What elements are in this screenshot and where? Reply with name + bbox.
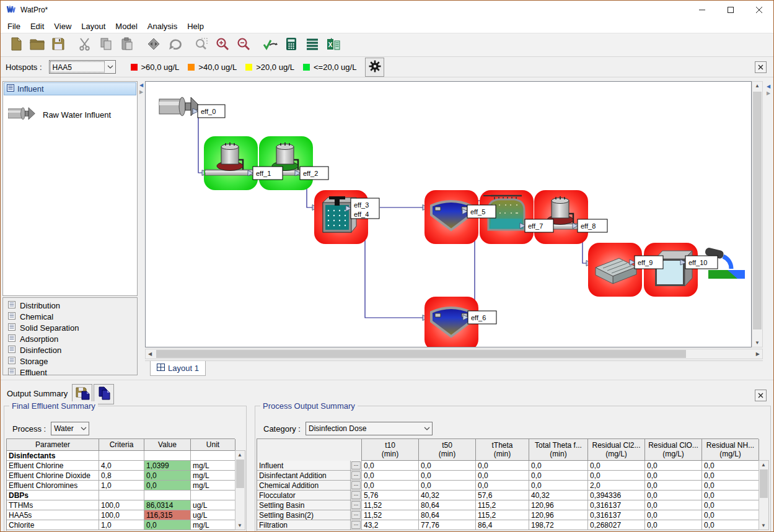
navigate-button[interactable]	[143, 35, 164, 55]
cut-button[interactable]	[74, 35, 95, 55]
sidebar-group-disinfection[interactable]: Disinfection	[3, 344, 137, 355]
value-cell: 0,0	[144, 471, 191, 481]
process-name-cell: Settling Basin(2)	[257, 510, 351, 520]
flow-canvas[interactable]: eff_0eff_1eff_2eff_3eff_4eff_5eff_6eff_7…	[145, 81, 752, 347]
list-panel-icon	[8, 357, 15, 366]
row-more-button[interactable]: ...	[351, 491, 361, 499]
sidebar-splitter[interactable]: ◀ ▶	[138, 82, 145, 95]
sidebar-group-storage[interactable]: Storage	[3, 355, 137, 367]
scroll-up-icon[interactable]: ▲	[755, 83, 760, 89]
menu-layout[interactable]: Layout	[76, 20, 110, 32]
value-cell: 43,2	[362, 520, 419, 530]
process-table-scrollbar[interactable]: ▲ ▼	[759, 460, 769, 530]
row-more-button[interactable]: ...	[351, 521, 361, 529]
process-node-filtration[interactable]	[588, 243, 642, 297]
stream-label-eff_0[interactable]: eff_0	[193, 105, 225, 118]
scroll-down-icon[interactable]: ▼	[237, 523, 242, 528]
sidebar-group-adsorption[interactable]: Adsorption	[3, 333, 137, 344]
value-cell: 0,0	[529, 461, 588, 471]
output-summary-close-button[interactable]	[755, 390, 767, 401]
zoom-select-button[interactable]	[191, 35, 212, 55]
scroll-down-icon[interactable]: ▼	[755, 340, 760, 346]
tab-layout-1[interactable]: Layout 1	[150, 361, 206, 376]
sidebar-group-chemical[interactable]: Chemical	[3, 311, 137, 322]
final-table-scrollbar[interactable]: ▲ ▼	[235, 450, 245, 530]
export-excel-button[interactable]: X	[323, 35, 344, 55]
copy-button[interactable]	[95, 35, 117, 55]
category-label: Category :	[263, 424, 301, 434]
criteria-cell: 1,0	[99, 520, 144, 530]
menu-help[interactable]: Help	[182, 20, 209, 32]
stream-label-eff_5[interactable]: eff_5	[462, 205, 496, 218]
canvas-horizontal-scrollbar[interactable]: ◀ ▶	[145, 349, 763, 359]
scrollbar-thumb[interactable]	[156, 350, 686, 358]
row-more-button[interactable]: ...	[351, 481, 361, 489]
scrollbar-thumb[interactable]	[236, 460, 244, 488]
process-node-disinfectant-addition-2[interactable]	[534, 190, 588, 244]
process-node-storage-tank[interactable]	[644, 243, 698, 297]
svg-text:eff_2: eff_2	[303, 170, 318, 177]
scroll-up-icon[interactable]: ▲	[237, 452, 242, 458]
sidebar-group-solid-separation[interactable]: Solid Separation	[3, 322, 137, 333]
process-node-disinfectant-addition[interactable]	[204, 136, 258, 190]
hotspots-close-button[interactable]	[755, 61, 767, 73]
redo-button[interactable]	[164, 35, 185, 55]
scroll-right-icon[interactable]: ▶	[756, 351, 760, 357]
menu-analysis[interactable]: Analysis	[143, 20, 182, 32]
sidebar-group-effluent[interactable]: Effluent	[3, 367, 137, 378]
menu-file[interactable]: File	[2, 20, 25, 32]
menu-edit[interactable]: Edit	[25, 20, 49, 32]
stream-label-eff_6[interactable]: eff_6	[463, 311, 496, 324]
column-header-parameter: Parameter	[7, 439, 99, 451]
hotspots-settings-button[interactable]	[365, 58, 384, 77]
report-button[interactable]	[302, 35, 323, 55]
scroll-up-icon[interactable]: ▲	[761, 462, 766, 468]
paste-button[interactable]	[117, 35, 138, 55]
stream-label-eff_7[interactable]: eff_7	[520, 219, 553, 232]
stream-label-eff_9[interactable]: eff_9	[630, 256, 663, 269]
stream-label-eff_8[interactable]: eff_8	[573, 219, 607, 232]
collapse-left-icon[interactable]: ◀	[139, 82, 143, 88]
process-node-chemical-addition[interactable]	[259, 136, 313, 190]
canvas-vertical-scrollbar[interactable]: ▲ ▼	[752, 81, 763, 347]
right-splitter[interactable]: ◀ ▶	[765, 84, 772, 96]
scrollbar-thumb[interactable]	[753, 92, 762, 329]
validate-run-button[interactable]	[260, 35, 281, 55]
maximize-button[interactable]	[716, 1, 745, 19]
list-panel-icon	[8, 368, 15, 377]
value-cell: 0,0	[645, 471, 702, 481]
sidebar-group-distribution[interactable]: Distribution	[3, 300, 137, 311]
scroll-left-icon[interactable]: ◀	[148, 351, 152, 357]
legend-swatch-1	[188, 64, 195, 71]
process-select[interactable]: Water	[51, 422, 89, 435]
minimize-button[interactable]	[688, 1, 716, 19]
close-button[interactable]	[745, 1, 773, 19]
calculator-button[interactable]	[281, 35, 302, 55]
expand-right-icon[interactable]: ▶	[139, 89, 143, 95]
row-more-button[interactable]: ...	[351, 501, 361, 509]
category-select[interactable]: Disinfection Dose	[306, 422, 433, 435]
hotspots-parameter-select[interactable]: HAA5	[49, 60, 116, 74]
stream-label-eff_2[interactable]: eff_2	[295, 167, 328, 180]
zoom-out-button[interactable]	[233, 35, 254, 55]
new-file-button[interactable]	[6, 35, 27, 55]
scroll-down-icon[interactable]: ▼	[761, 523, 766, 528]
save-button[interactable]	[48, 35, 69, 55]
stream-label-eff_1[interactable]: eff_1	[248, 167, 283, 180]
stream-label-eff_10[interactable]: eff_10	[680, 256, 718, 269]
expand-right-icon[interactable]: ▶	[767, 90, 770, 96]
menu-model[interactable]: Model	[110, 20, 142, 32]
sidebar-group-influent[interactable]: Influent	[4, 82, 136, 95]
menu-view[interactable]: View	[49, 20, 76, 32]
row-more-button[interactable]: ...	[351, 461, 361, 469]
svg-text:X: X	[328, 41, 333, 48]
zoom-in-button[interactable]	[212, 35, 233, 55]
row-more-button[interactable]: ...	[351, 511, 361, 519]
process-name-cell: Settling Basin	[257, 500, 351, 510]
scrollbar-thumb[interactable]	[760, 469, 768, 498]
open-folder-button[interactable]	[27, 35, 48, 55]
collapse-left-icon[interactable]: ◀	[767, 84, 770, 89]
stream-label-eff_3[interactable]: eff_3eff_4	[346, 198, 379, 219]
row-more-button[interactable]: ...	[351, 471, 361, 479]
sidebar-item-raw-water-influent[interactable]: Raw Water Influent	[3, 96, 137, 125]
